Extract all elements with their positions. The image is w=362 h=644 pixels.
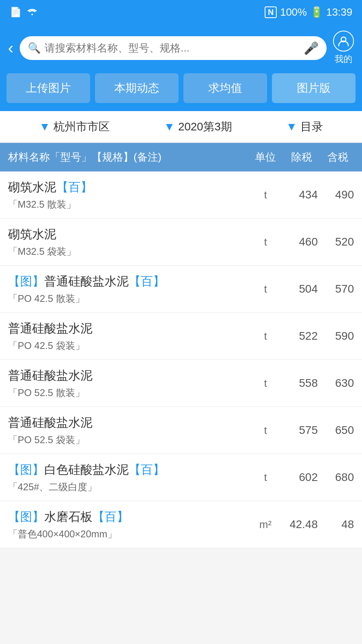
material-info: 普通硅酸盐水泥 「PO 52.5 袋装」 <box>8 414 249 446</box>
material-spec: 「PO 52.5 散装」 <box>8 386 249 399</box>
average-button[interactable]: 求均值 <box>183 73 267 103</box>
photo-button[interactable]: 图片版 <box>272 73 356 103</box>
material-info: 【图】普通硅酸盐水泥【百】 「PO 42.5 散装」 <box>8 273 249 305</box>
material-row[interactable]: 普通硅酸盐水泥 「PO 52.5 袋装」 t 575 650 <box>0 407 362 454</box>
header: ‹ 🔍 🎤 我的 <box>0 24 362 73</box>
material-inc-tax: 590 <box>322 330 354 343</box>
region-arrow: ▼ <box>39 120 50 133</box>
region-label: 杭州市市区 <box>53 119 110 134</box>
material-name: 【图】水磨石板【百】 <box>8 508 249 525</box>
catalog-arrow: ▼ <box>286 120 297 133</box>
material-inc-tax: 490 <box>322 188 354 201</box>
material-unit: t <box>249 424 282 437</box>
catalog-label: 目录 <box>300 119 323 134</box>
material-inc-tax: 680 <box>322 471 354 484</box>
material-name: 砌筑水泥【百】 <box>8 179 249 196</box>
material-unit: t <box>249 330 282 343</box>
profile-avatar <box>333 31 354 52</box>
period-filter[interactable]: ▼ 2020第3期 <box>164 119 232 134</box>
material-spec: 「PO 42.5 袋装」 <box>8 339 249 352</box>
material-spec: 「M32.5 散装」 <box>8 198 249 211</box>
material-ex-tax: 504 <box>282 283 322 295</box>
period-arrow: ▼ <box>164 120 175 133</box>
material-inc-tax: 48 <box>322 518 354 531</box>
material-spec: 「PO 52.5 袋装」 <box>8 433 249 446</box>
wifi-icon <box>27 6 38 18</box>
search-input[interactable] <box>45 42 300 54</box>
material-name: 普通硅酸盐水泥 <box>8 320 249 337</box>
profile-label: 我的 <box>335 53 352 65</box>
nfc-badge: N <box>265 6 277 18</box>
news-button[interactable]: 本期动态 <box>95 73 179 103</box>
material-ex-tax: 575 <box>282 424 322 437</box>
search-bar[interactable]: 🔍 🎤 <box>20 36 327 60</box>
file-icon: 📄 <box>10 6 22 18</box>
mic-icon[interactable]: 🎤 <box>304 41 319 55</box>
material-unit: m² <box>249 518 282 531</box>
material-inc-tax: 630 <box>322 377 354 390</box>
col-header-unit: 单位 <box>249 150 282 164</box>
material-ex-tax: 460 <box>282 235 322 248</box>
catalog-filter[interactable]: ▼ 目录 <box>286 119 323 134</box>
material-row[interactable]: 【图】白色硅酸盐水泥【百】 「425#、二级白度」 t 602 680 <box>0 454 362 501</box>
upload-button[interactable]: 上传图片 <box>6 73 90 103</box>
material-info: 【图】水磨石板【百】 「普色400×400×20mm」 <box>8 508 249 541</box>
material-inc-tax: 650 <box>322 424 354 437</box>
material-row[interactable]: 普通硅酸盐水泥 「PO 52.5 散装」 t 558 630 <box>0 360 362 407</box>
material-ex-tax: 42.48 <box>282 518 322 531</box>
col-header-ex-tax: 除税 <box>282 150 322 164</box>
status-bar: 📄 N 100% 🔋 13:39 <box>0 0 362 24</box>
filter-bar: ▼ 杭州市市区 ▼ 2020第3期 ▼ 目录 <box>0 111 362 143</box>
material-ex-tax: 522 <box>282 330 322 343</box>
material-row[interactable]: 普通硅酸盐水泥 「PO 42.5 袋装」 t 522 590 <box>0 313 362 360</box>
material-ex-tax: 434 <box>282 188 322 201</box>
material-ex-tax: 558 <box>282 377 322 390</box>
material-spec: 「425#、二级白度」 <box>8 481 249 493</box>
material-name: 普通硅酸盐水泥 <box>8 367 249 384</box>
material-list: 砌筑水泥【百】 「M32.5 散装」 t 434 490 砌筑水泥 「M32.5… <box>0 171 362 548</box>
material-name: 【图】普通硅酸盐水泥【百】 <box>8 273 249 290</box>
material-inc-tax: 570 <box>322 283 354 295</box>
material-row[interactable]: 【图】水磨石板【百】 「普色400×400×20mm」 m² 42.48 48 <box>0 501 362 548</box>
material-unit: t <box>249 471 282 484</box>
material-info: 砌筑水泥 「M32.5 袋装」 <box>8 226 249 258</box>
status-left: 📄 <box>10 6 38 18</box>
material-info: 普通硅酸盐水泥 「PO 52.5 散装」 <box>8 367 249 399</box>
material-ex-tax: 602 <box>282 471 322 484</box>
material-unit: t <box>249 377 282 390</box>
material-unit: t <box>249 283 282 295</box>
battery-icon: 🔋 <box>310 6 323 19</box>
profile-button[interactable]: 我的 <box>333 31 354 65</box>
material-spec: 「M32.5 袋装」 <box>8 245 249 258</box>
table-header: 材料名称「型号」【规格】(备注) 单位 除税 含税 <box>0 143 362 171</box>
period-label: 2020第3期 <box>178 119 232 134</box>
material-info: 普通硅酸盐水泥 「PO 42.5 袋装」 <box>8 320 249 352</box>
material-info: 【图】白色硅酸盐水泥【百】 「425#、二级白度」 <box>8 461 249 493</box>
material-name: 砌筑水泥 <box>8 226 249 243</box>
material-unit: t <box>249 236 282 248</box>
status-right: N 100% 🔋 13:39 <box>265 6 352 19</box>
material-info: 砌筑水泥【百】 「M32.5 散装」 <box>8 179 249 211</box>
action-bar: 上传图片 本期动态 求均值 图片版 <box>0 73 362 111</box>
material-inc-tax: 520 <box>322 235 354 248</box>
material-row[interactable]: 砌筑水泥 「M32.5 袋装」 t 460 520 <box>0 219 362 266</box>
time-display: 13:39 <box>326 6 352 19</box>
material-row[interactable]: 砌筑水泥【百】 「M32.5 散装」 t 434 490 <box>0 171 362 219</box>
material-name: 普通硅酸盐水泥 <box>8 414 249 431</box>
material-name: 【图】白色硅酸盐水泥【百】 <box>8 461 249 478</box>
material-unit: t <box>249 189 282 201</box>
battery-percent: 100% <box>280 6 307 19</box>
region-filter[interactable]: ▼ 杭州市市区 <box>39 119 110 134</box>
material-row[interactable]: 【图】普通硅酸盐水泥【百】 「PO 42.5 散装」 t 504 570 <box>0 266 362 313</box>
material-spec: 「PO 42.5 散装」 <box>8 292 249 305</box>
col-header-inc-tax: 含税 <box>322 150 354 164</box>
search-icon: 🔍 <box>28 42 41 54</box>
col-header-name: 材料名称「型号」【规格】(备注) <box>8 150 249 164</box>
back-button[interactable]: ‹ <box>8 40 13 56</box>
material-spec: 「普色400×400×20mm」 <box>8 528 249 541</box>
